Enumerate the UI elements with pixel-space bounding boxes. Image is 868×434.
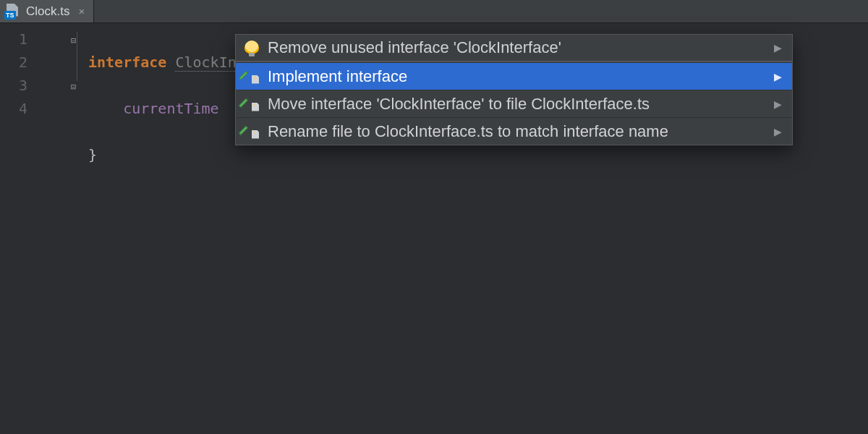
tab-bar: TS Clock.ts × xyxy=(0,0,868,23)
keyword-interface: interface xyxy=(88,54,166,71)
line-number-gutter: 1 2 3 4 xyxy=(0,23,35,434)
tab-clock-ts[interactable]: TS Clock.ts × xyxy=(0,0,94,22)
property-name: currentTime xyxy=(123,100,218,117)
fold-toggle-close-icon[interactable]: ⊟ xyxy=(71,75,76,98)
intention-label: Rename file to ClockInterface.ts to matc… xyxy=(268,122,668,141)
fold-gutter: ⊟ ⊟ xyxy=(35,23,78,434)
line-number: 2 xyxy=(0,51,27,74)
lightbulb-icon xyxy=(244,41,259,55)
line-number: 1 xyxy=(0,27,27,51)
brace: } xyxy=(88,146,97,163)
chevron-right-icon: ▶ xyxy=(774,98,782,110)
intention-remove-unused-interface[interactable]: Remove unused interface 'ClockInterface'… xyxy=(236,35,792,62)
chevron-right-icon: ▶ xyxy=(774,71,782,82)
pencil-icon xyxy=(244,97,259,111)
pencil-icon xyxy=(244,69,259,84)
chevron-right-icon: ▶ xyxy=(774,126,782,137)
fold-toggle-open-icon[interactable]: ⊟ xyxy=(71,29,76,52)
tab-filename: Clock.ts xyxy=(26,4,69,19)
intention-label: Implement interface xyxy=(268,67,407,86)
code-line: } xyxy=(88,143,315,166)
close-icon[interactable]: × xyxy=(78,6,85,17)
intention-rename-file[interactable]: Rename file to ClockInterface.ts to matc… xyxy=(236,117,792,145)
typescript-file-icon: TS xyxy=(4,4,20,20)
chevron-right-icon: ▶ xyxy=(774,42,782,54)
intention-implement-interface[interactable]: Implement interface ▶ xyxy=(236,62,792,90)
intention-label: Remove unused interface 'ClockInterface' xyxy=(268,38,561,57)
intention-actions-popup: Remove unused interface 'ClockInterface'… xyxy=(235,34,793,145)
line-number: 4 xyxy=(0,97,27,120)
line-number: 3 xyxy=(0,74,27,97)
intention-label: Move interface 'ClockInterface' to file … xyxy=(268,95,650,114)
intention-move-interface-to-file[interactable]: Move interface 'ClockInterface' to file … xyxy=(236,90,792,117)
pencil-icon xyxy=(244,124,259,139)
